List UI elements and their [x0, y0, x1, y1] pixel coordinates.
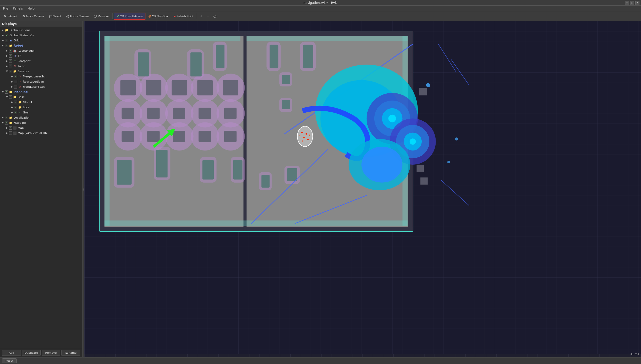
expand-map-virtual[interactable]: ▶ [5, 131, 9, 135]
tree-item-robot[interactable]: ▼ 📁 Robot [0, 43, 82, 48]
expand-global-options[interactable]: ▶ [1, 28, 5, 32]
expand-global-path[interactable]: ▶ [10, 100, 14, 104]
expand-tf[interactable]: ▶ [5, 54, 9, 58]
expand-front-laser[interactable]: ▶ [10, 85, 14, 88]
checkbox-map[interactable] [9, 126, 12, 130]
svg-rect-9 [105, 36, 240, 41]
checkbox-front-laser[interactable] [14, 85, 17, 88]
pose-estimate-button[interactable]: ✓ 2D Pose Estimate [114, 13, 145, 20]
focus-camera-button[interactable]: ◎ Focus Camera [64, 13, 91, 20]
tree-item-global-path[interactable]: ▶ 📁 Global [0, 100, 82, 105]
tree-item-planning[interactable]: ▼ 📁 Planning [0, 89, 82, 94]
add-button[interactable]: Add [2, 350, 21, 356]
tree-item-local-path[interactable]: ▶ 📁 Local [0, 105, 82, 110]
checkbox-localization[interactable] [5, 116, 8, 119]
checkbox-mapping[interactable] [5, 121, 8, 125]
duplicate-button[interactable]: Duplicate [22, 350, 41, 356]
expand-twist[interactable]: ▶ [5, 64, 9, 68]
tree-item-map[interactable]: ▶ ⬛ Map [0, 125, 82, 130]
tree-item-map-virtual[interactable]: ▶ ⬛ Map (with Virtual Ob... [0, 130, 82, 136]
label-global-path: Global [23, 101, 81, 104]
expand-mapping[interactable]: ▼ [1, 121, 5, 125]
menu-help[interactable]: Help [25, 6, 37, 11]
tree-item-twist[interactable]: ▶ ↯ Twist [0, 64, 82, 69]
expand-robot[interactable]: ▼ [1, 44, 5, 47]
expand-footprint[interactable]: ▶ [5, 59, 9, 63]
checkbox-map-virtual[interactable] [9, 131, 12, 135]
tree-item-merged-laser[interactable]: ▶ ✕ MergedLaserSc... [0, 74, 82, 79]
checkbox-local-path[interactable] [14, 106, 17, 109]
viewport[interactable]: 31 fps [84, 21, 641, 357]
svg-rect-63 [202, 160, 214, 180]
window-controls[interactable]: ─ □ ✕ [625, 1, 639, 5]
expand-sensors[interactable]: ▼ [5, 69, 9, 73]
expand-map[interactable]: ▶ [5, 126, 9, 130]
expand-rear-laser[interactable]: ▶ [10, 80, 14, 83]
checkbox-global-path[interactable] [14, 101, 17, 104]
expand-grid[interactable]: ▶ [1, 39, 5, 42]
menu-panels[interactable]: Panels [11, 6, 25, 11]
publish-point-button[interactable]: ● Publish Point [171, 13, 195, 20]
tree-item-rear-laser[interactable]: ▶ ✕ RearLaserScan [0, 79, 82, 84]
tree-item-robotmodel[interactable]: ▶ 🤖 RobotModel [0, 48, 82, 53]
label-grid: Grid [14, 39, 81, 42]
interact-button[interactable]: ↖ Interact [2, 13, 20, 20]
expand-robotmodel[interactable]: ▶ [5, 49, 9, 52]
expand-merged-laser[interactable]: ▶ [10, 75, 14, 78]
tree-item-tf[interactable]: ▶ TF TF [0, 53, 82, 58]
folder-icon-planning: 📁 [9, 90, 13, 94]
tree-item-front-laser[interactable]: ▶ ✕ FrontLaserScan [0, 84, 82, 89]
checkbox-robot[interactable] [5, 44, 8, 47]
expand-planning[interactable]: ▼ [1, 90, 5, 94]
tree-item-mapping[interactable]: ▼ 📁 Mapping [0, 120, 82, 125]
checkbox-tf[interactable] [9, 54, 12, 58]
expand-global-status[interactable]: ▶ [1, 33, 5, 37]
checkbox-base[interactable] [9, 95, 12, 99]
panel-resize-handle[interactable] [82, 21, 84, 357]
move-camera-button[interactable]: ✥ Move Camera [20, 13, 46, 20]
measure-button[interactable]: ⬡ Measure [91, 13, 111, 20]
expand-local-path[interactable]: ▶ [10, 105, 14, 109]
tree-item-grid[interactable]: ▶ ⊞ Grid [0, 38, 82, 43]
svg-rect-23 [223, 80, 238, 95]
checkbox-merged-laser[interactable] [14, 75, 17, 78]
reset-button[interactable]: Reset [2, 358, 17, 363]
rename-button[interactable]: Rename [61, 350, 80, 356]
tree-item-global-options[interactable]: ▶ 📁 Global Options [0, 28, 82, 33]
checkbox-rear-laser[interactable] [14, 80, 17, 83]
tree-item-sensors[interactable]: ▼ 📁 Sensors [0, 69, 82, 74]
zoom-in-button[interactable]: + [198, 13, 204, 20]
checkbox-planning[interactable] [5, 90, 8, 94]
svg-rect-8 [244, 31, 247, 231]
checkbox-goal[interactable] [14, 111, 17, 114]
checkbox-grid[interactable] [5, 39, 8, 42]
expand-goal[interactable]: ▶ [10, 111, 14, 114]
svg-rect-103 [420, 177, 428, 185]
checkbox-twist[interactable] [9, 65, 12, 68]
checkbox-robotmodel[interactable] [9, 49, 12, 52]
checkbox-footprint[interactable] [9, 59, 12, 63]
displays-tree[interactable]: ▶ 📁 Global Options ▶ ✓ Global Status: Ok… [0, 27, 82, 348]
tree-item-base[interactable]: ▼ 📁 Base [0, 94, 82, 100]
minimize-button[interactable]: ─ [625, 1, 629, 5]
svg-rect-53 [282, 75, 290, 84]
checkbox-sensors[interactable] [9, 70, 12, 73]
tree-item-goal[interactable]: ▶ ✓ Goal [0, 110, 82, 115]
folder-icon-mapping: 📁 [9, 121, 13, 125]
nav-goal-button[interactable]: ⊕ 2D Nav Goal [146, 13, 171, 20]
tree-item-localization[interactable]: ▶ 📁 Localization [0, 115, 82, 120]
grid-icon: ⊞ [9, 38, 13, 42]
map-visualization[interactable] [84, 21, 641, 354]
tree-item-footprint[interactable]: ▶ ⬡ Footprint [0, 58, 82, 64]
svg-rect-29 [173, 108, 185, 119]
zoom-fit-button[interactable]: ⊙ [211, 13, 218, 20]
remove-button[interactable]: Remove [42, 350, 60, 356]
zoom-out-button[interactable]: − [205, 13, 211, 20]
expand-localization[interactable]: ▶ [1, 116, 5, 119]
expand-base[interactable]: ▼ [5, 95, 9, 99]
maximize-button[interactable]: □ [630, 1, 634, 5]
select-button[interactable]: ▢ Select [47, 13, 64, 20]
menu-file[interactable]: File [1, 6, 10, 11]
tree-item-global-status[interactable]: ▶ ✓ Global Status: Ok [0, 33, 82, 38]
close-button[interactable]: ✕ [635, 1, 639, 5]
